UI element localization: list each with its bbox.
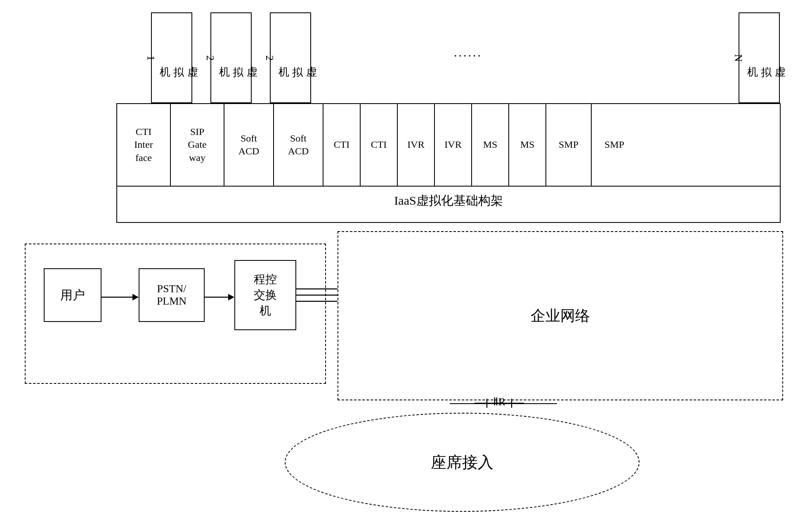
cell-cti-2: CTI <box>361 104 398 186</box>
cell-ivr-1: IVR <box>398 104 435 186</box>
iaas-container: CTI Inter face SIP Gate way Soft ACD Sof… <box>116 103 781 223</box>
vmN-box: 虚 拟 机 N <box>739 12 780 103</box>
arrow-user-pstn <box>102 289 139 305</box>
cell-ms-1: MS <box>472 104 509 186</box>
pstn-box: PSTN/ PLMN <box>139 268 205 322</box>
cell-cti-1: CTI <box>323 104 361 186</box>
cell-ivr-2: IVR <box>435 104 472 186</box>
pbx-box: 程控 交换 机 <box>234 260 296 330</box>
svg-marker-1 <box>132 294 139 300</box>
cell-smp-1: SMP <box>546 104 592 186</box>
ellipse-seat-access: 座席接入 <box>285 413 640 512</box>
iaas-label: IaaS虚拟化基础构架 <box>117 187 780 215</box>
cell-soft-acd-2: Soft ACD <box>274 104 323 186</box>
cell-ms-2: MS <box>509 104 546 186</box>
component-row: CTI Inter face SIP Gate way Soft ACD Sof… <box>117 104 780 187</box>
vm2-box: 虚 拟 机 2 <box>210 12 252 103</box>
svg-marker-3 <box>228 294 234 300</box>
triple-connector <box>296 283 338 307</box>
enterprise-dashed-box: 企业网络 <box>338 231 783 400</box>
vm3-box: 虚 拟 机 2 <box>270 12 311 103</box>
vm1-box: 虚 拟 机 1 <box>151 12 192 103</box>
connector-lines <box>474 399 524 408</box>
cell-sip-gateway: SIP Gate way <box>171 104 224 186</box>
arrow-pstn-pbx <box>205 289 234 305</box>
user-box: 用户 <box>44 268 102 322</box>
cell-soft-acd-1: Soft ACD <box>224 104 274 186</box>
dots: ...... <box>454 45 482 59</box>
cell-cti-interface: CTI Inter face <box>117 104 171 186</box>
cell-smp-2: SMP <box>592 104 637 186</box>
diagram: 虚 拟 机 1 虚 拟 机 2 虚 拟 机 2 虚 拟 机 N ...... C… <box>0 0 812 525</box>
